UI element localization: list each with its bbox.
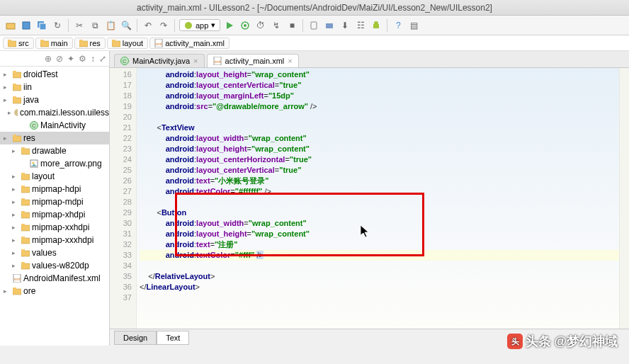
editor-tab[interactable]: xmlactivity_main.xml× — [207, 54, 299, 67]
sidebar-tool-icon[interactable]: ⊘ — [56, 54, 63, 64]
code-line[interactable]: android:text="注册" — [140, 239, 619, 250]
sidebar-tool-icon[interactable]: ✦ — [67, 54, 74, 64]
close-icon[interactable]: × — [193, 57, 198, 65]
tree-row[interactable]: ▸res — [0, 132, 109, 144]
tree-label: values — [32, 248, 57, 258]
svg-rect-33 — [21, 149, 30, 154]
code-line[interactable] — [140, 197, 619, 207]
close-icon[interactable]: × — [288, 57, 292, 65]
avd-icon[interactable] — [307, 19, 320, 32]
monitor-icon[interactable]: ☷ — [354, 19, 367, 32]
code-line[interactable]: android:layout_marginLeft="15dp" — [140, 91, 619, 101]
code-line[interactable] — [140, 292, 619, 303]
code-line[interactable]: android:layout_height="wrap_content" — [140, 229, 619, 239]
breadcrumb-item[interactable]: src — [3, 38, 34, 49]
tree-row[interactable]: ▸mipmap-hdpi — [0, 183, 109, 195]
line-number: 37 — [110, 292, 132, 303]
tree-row[interactable]: ▸droidTest — [0, 68, 109, 81]
code-line[interactable]: android:text="小米账号登录" — [140, 176, 619, 186]
sidebar-tool-icon[interactable]: ⚙ — [79, 54, 86, 64]
profile-icon[interactable]: ⏱ — [254, 19, 267, 32]
sidebar-tool-icon[interactable]: ↕ — [91, 54, 95, 64]
tree-row[interactable]: ▸drawable — [0, 144, 109, 157]
code-line[interactable] — [140, 261, 619, 271]
svg-rect-3 — [40, 23, 46, 30]
attach-icon[interactable]: ↯ — [270, 19, 283, 32]
run-config-selector[interactable]: app ▾ — [179, 19, 220, 31]
code-line[interactable]: </RelativeLayout> — [140, 271, 619, 282]
breadcrumb-item[interactable]: xmlactivity_main.xml — [149, 38, 230, 49]
stop-icon[interactable]: ■ — [285, 19, 298, 32]
code-line[interactable]: <TextView — [140, 123, 619, 133]
code-line[interactable] — [140, 112, 619, 123]
debug-icon[interactable] — [239, 19, 251, 32]
breadcrumb-item[interactable]: layout — [107, 38, 148, 49]
run-icon[interactable] — [223, 19, 236, 32]
layout-tab[interactable]: Text — [157, 331, 189, 345]
tree-row[interactable]: more_arrow.png — [0, 157, 109, 170]
sidebar-tool-icon[interactable]: ⊕ — [45, 54, 52, 64]
save-all-icon[interactable] — [35, 19, 48, 32]
code-line[interactable]: android:textColor="#ffffff" /> — [140, 186, 619, 197]
tree-row[interactable]: ▸java — [0, 93, 109, 106]
code-line[interactable]: android:layout_centerHorizontal="true" — [140, 154, 619, 165]
tree-row[interactable]: xmlAndroidManifest.xml — [0, 272, 109, 285]
cut-icon[interactable]: ✂ — [73, 19, 86, 32]
editor-tab[interactable]: CMainActivity.java× — [114, 54, 205, 67]
tree-row[interactable]: CMainActivity — [0, 119, 109, 132]
scrollbar[interactable] — [619, 68, 629, 329]
svg-rect-17 — [79, 40, 83, 42]
code-line[interactable]: android:layout_width="wrap_content" — [140, 218, 619, 229]
sync-icon[interactable]: ↻ — [51, 19, 64, 32]
run-config-label: app — [196, 21, 208, 30]
copy-icon[interactable]: ⧉ — [89, 19, 101, 32]
project-tree[interactable]: ▸droidTest▸iin▸java▸com.maizi.lesson.uil… — [0, 67, 109, 299]
code-line[interactable]: android:layout_centerVertical="true" — [140, 80, 619, 91]
code-line[interactable]: android:layout_height="wrap_content" — [140, 69, 619, 80]
tree-row[interactable]: ▸values — [0, 246, 109, 259]
code-line[interactable]: android:layout_centerVertical="true" — [140, 165, 619, 176]
tree-row[interactable]: ▸iin — [0, 81, 109, 93]
undo-icon[interactable]: ↶ — [142, 19, 154, 32]
tree-row[interactable]: ▸layout — [0, 170, 109, 183]
sidebar-tool-icon[interactable]: ⤢ — [99, 54, 106, 64]
paste-icon[interactable]: 📋 — [104, 19, 117, 32]
tree-row[interactable]: ▸ore — [0, 285, 109, 297]
redo-icon[interactable]: ↷ — [157, 19, 170, 32]
line-number: 22 — [110, 133, 132, 144]
tree-label: ore — [23, 286, 35, 296]
line-number: 29 — [110, 207, 132, 218]
code-line[interactable]: <Button — [140, 207, 619, 218]
code-line[interactable]: android:layout_width="wrap_content" — [140, 133, 619, 144]
code-line[interactable]: </LinearLayout> — [140, 282, 619, 292]
breadcrumb-bar: srcmainreslayoutxmlactivity_main.xml — [0, 35, 629, 51]
tree-row[interactable]: ▸values-w820dp — [0, 259, 109, 272]
ddms-icon[interactable]: ⬇ — [339, 19, 351, 32]
code-line[interactable]: android:textColor="#fff" /> — [140, 250, 619, 261]
separator — [68, 19, 69, 32]
svg-rect-23 — [13, 71, 16, 73]
tree-row[interactable]: ▸mipmap-mdpi — [0, 195, 109, 208]
code-content[interactable]: android:layout_height="wrap_content" and… — [137, 68, 619, 329]
svg-rect-43 — [21, 198, 25, 200]
android-robot-icon[interactable] — [370, 19, 382, 32]
tree-row[interactable]: ▸mipmap-xxxhdpi — [0, 234, 109, 246]
tree-row[interactable]: ▸com.maizi.lesson.uiless — [0, 106, 109, 119]
breadcrumb-item[interactable]: main — [35, 38, 73, 49]
tree-row[interactable]: ▸mipmap-xxhdpi — [0, 221, 109, 234]
code-line[interactable]: android:src="@drawable/more_arrow" /> — [140, 101, 619, 112]
open-icon[interactable] — [4, 19, 17, 32]
settings-icon[interactable]: ▤ — [407, 19, 420, 32]
find-icon[interactable]: 🔍 — [120, 19, 132, 32]
breadcrumb-label: layout — [123, 39, 143, 47]
svg-rect-48 — [21, 238, 30, 244]
sdk-icon[interactable] — [323, 19, 336, 32]
save-icon[interactable] — [20, 19, 33, 32]
tree-row[interactable]: ▸mipmap-xhdpi — [0, 208, 109, 221]
code-editor[interactable]: 1617181920212223242526272829303132333435… — [110, 68, 629, 329]
breadcrumb-item[interactable]: res — [74, 38, 106, 49]
help-icon[interactable]: ? — [392, 19, 404, 32]
code-line[interactable]: android:layout_height="wrap_content" — [140, 144, 619, 154]
layout-tab[interactable]: Design — [114, 331, 157, 345]
breadcrumb-label: res — [90, 39, 101, 47]
